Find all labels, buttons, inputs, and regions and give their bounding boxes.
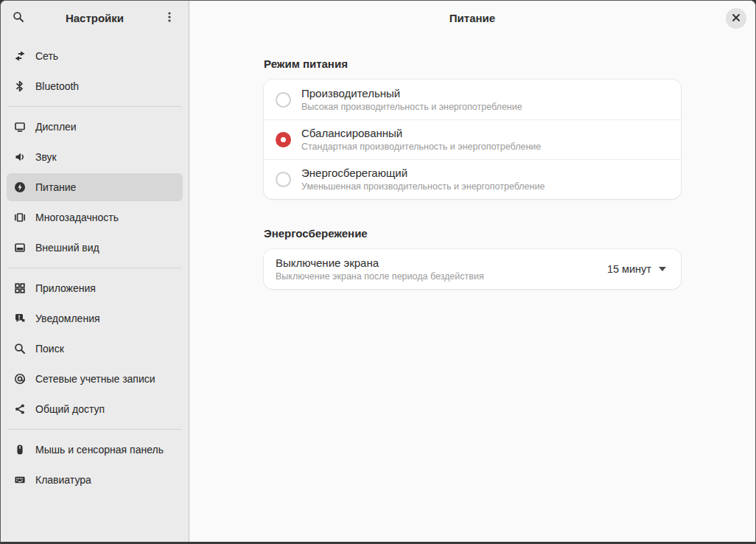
sidebar-item-online-accounts[interactable]: Сетевые учетные записи [7,365,183,393]
sidebar-item-label: Общий доступ [35,403,105,415]
sidebar-item-label: Звук [35,151,57,163]
sidebar-item-applications[interactable]: Приложения [7,274,183,302]
option-text: Энергосберегающий Уменьшенная производит… [301,166,669,193]
multitasking-icon [14,212,26,223]
option-label: Энергосберегающий [301,166,669,181]
radio-performance[interactable] [276,92,291,108]
sidebar-item-sound[interactable]: Звук [7,143,183,171]
sidebar-item-label: Уведомления [35,313,100,324]
energy-saving-card: Выключение экрана Выключение экрана посл… [264,249,681,289]
option-description: Уменьшенная производительность и энергоп… [301,181,669,193]
sidebar-item-label: Питание [35,181,76,193]
power-mode-option-balanced[interactable]: Сбалансированный Стандартная производите… [264,119,681,159]
notifications-icon [14,313,26,324]
keyboard-icon [14,474,26,486]
energy-saving-section: Энергосбережение Выключение экрана Выклю… [264,227,681,289]
sidebar-item-label: Приложения [35,282,96,294]
power-mode-section: Режим питания Производительный Высокая п… [264,57,681,199]
row-text: Выключение экрана Выключение экрана посл… [276,256,594,283]
sidebar: Настройки Сеть Bluetooth [1,1,189,542]
row-label: Выключение экрана [276,256,594,271]
sidebar-item-notifications[interactable]: Уведомления [7,304,183,332]
sidebar-separator [8,429,181,430]
section-title-power-mode: Режим питания [264,57,681,70]
option-label: Сбалансированный [301,126,669,141]
sidebar-item-label: Поиск [35,343,64,355]
mouse-icon [14,444,26,456]
apps-grid-icon [14,282,26,294]
main-panel: Питание Режим питания Производительный В… [189,1,755,542]
search-button[interactable] [7,7,30,30]
bluetooth-icon [14,80,26,92]
radio-balanced[interactable] [276,132,291,147]
display-icon [14,121,26,133]
network-icon [14,50,26,62]
section-title-energy-saving: Энергосбережение [264,227,681,240]
online-accounts-icon [14,373,26,385]
share-icon [14,403,26,415]
sidebar-separator [8,106,181,107]
sidebar-item-multitasking[interactable]: Многозадачность [7,203,183,231]
search-icon [13,11,24,25]
sidebar-item-label: Bluetooth [35,80,79,92]
option-text: Производительный Высокая производительно… [301,86,669,114]
sidebar-item-mouse-touchpad[interactable]: Мышь и сенсорная панель [7,436,183,464]
power-mode-option-performance[interactable]: Производительный Высокая производительно… [264,80,681,119]
sidebar-list: Сеть Bluetooth Дисплеи Звук [1,35,189,496]
option-label: Производительный [301,86,669,101]
power-mode-option-power-saver[interactable]: Энергосберегающий Уменьшенная производит… [264,159,681,199]
close-icon [732,13,741,24]
sidebar-item-bluetooth[interactable]: Bluetooth [7,72,183,100]
kebab-menu-icon [164,11,175,25]
sound-icon [14,151,26,163]
power-mode-card: Производительный Высокая производительно… [264,80,681,199]
sidebar-item-label: Дисплеи [35,121,77,133]
sidebar-separator [8,268,181,268]
option-description: Стандартная производительность и энергоп… [301,141,669,153]
sidebar-item-label: Мышь и сенсорная панель [35,444,164,456]
sidebar-item-sharing[interactable]: Общий доступ [7,395,183,423]
settings-window: Настройки Сеть Bluetooth [0,0,756,544]
page-title: Питание [449,12,495,24]
sidebar-item-label: Клавиатура [35,474,91,486]
sidebar-item-keyboard[interactable]: Клавиатура [7,466,183,494]
radio-power-saver[interactable] [276,172,291,187]
sidebar-item-power[interactable]: Питание [7,173,183,201]
main-headerbar: Питание [189,1,755,35]
sidebar-item-network[interactable]: Сеть [7,42,183,70]
sidebar-headerbar: Настройки [1,1,189,35]
menu-button[interactable] [158,7,181,30]
sidebar-item-label: Многозадачность [35,212,119,223]
screen-blank-row: Выключение экрана Выключение экрана посл… [264,249,681,289]
dropdown-value: 15 минут [607,263,651,275]
sidebar-item-label: Сеть [35,50,58,62]
power-settings-page: Режим питания Производительный Высокая п… [264,35,681,289]
sidebar-item-appearance[interactable]: Внешний вид [7,234,183,262]
power-icon [14,181,26,193]
app-title: Настройки [32,12,158,24]
sidebar-item-search[interactable]: Поиск [7,335,183,363]
appearance-icon [14,242,26,254]
screen-blank-dropdown[interactable]: 15 минут [604,259,669,279]
sidebar-item-label: Внешний вид [35,242,99,254]
row-description: Выключение экрана после периода бездейст… [276,271,594,283]
sidebar-item-label: Сетевые учетные записи [35,373,155,385]
chevron-down-icon [659,267,666,271]
close-window-button[interactable] [726,8,746,29]
search-icon [14,343,26,355]
option-text: Сбалансированный Стандартная производите… [301,126,669,153]
sidebar-item-displays[interactable]: Дисплеи [7,113,183,141]
option-description: Высокая производительность и энергопотре… [301,101,669,114]
